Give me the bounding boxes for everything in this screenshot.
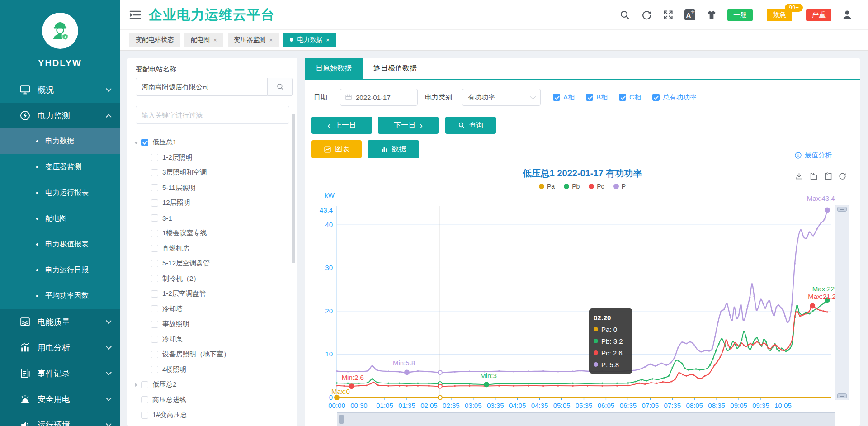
legend-item-Pb[interactable]: Pb [564,183,580,190]
sidebar-item-5[interactable]: 安全用电 [0,386,120,412]
checkbox-unchecked[interactable] [151,321,158,328]
tree-node-制冷机（2）[interactable]: 制冷机（2） [127,271,297,287]
checkbox-unchecked[interactable] [151,199,158,207]
translate-icon[interactable]: A文 [684,9,696,21]
caret-down-icon[interactable] [133,139,139,146]
checkbox-unchecked[interactable] [151,351,158,358]
checkbox-unchecked[interactable] [151,184,158,191]
tree-node-4楼照明[interactable]: 4楼照明 [127,362,297,378]
tree-node-3-1[interactable]: 3-1 [127,211,297,226]
restore-icon[interactable] [824,172,832,180]
data-view-button[interactable]: 数据 [368,140,419,158]
station-search-input[interactable] [136,78,268,96]
search-icon[interactable] [619,9,631,21]
user-icon[interactable] [841,9,853,21]
checkbox-checked[interactable] [586,94,593,101]
view-tab-变压器监测[interactable]: 变压器监测× [228,33,279,47]
station-search-button[interactable] [268,78,293,96]
tree-node-1-2层空调盘管[interactable]: 1-2层空调盘管 [127,286,297,302]
save-image-icon[interactable] [795,172,803,180]
checkbox-unchecked[interactable] [151,305,158,312]
checkbox-unchecked[interactable] [151,214,158,222]
tree-node-设备房照明（地下室）[interactable]: 设备房照明（地下室） [127,347,297,362]
refresh-icon[interactable] [641,9,652,21]
legend-item-P[interactable]: P [613,183,626,190]
sidebar-subitem-变压器监测[interactable]: 变压器监测 [0,154,120,180]
checkbox-unchecked[interactable] [151,169,158,176]
tree-node-1楼会议室专线[interactable]: 1楼会议室专线 [127,226,297,241]
sidebar-item-3[interactable]: 用电分析 [0,335,120,360]
tree-node-冷却泵[interactable]: 冷却泵 [127,332,297,347]
tree-node-1-2层照明[interactable]: 1-2层照明 [127,150,297,166]
date-picker[interactable]: 2022-01-17 [340,89,418,106]
checkbox-unchecked[interactable] [151,366,158,373]
datazoom-top-handle[interactable] [837,207,847,212]
close-icon[interactable]: × [326,37,330,43]
datazoom-bottom-handle[interactable] [837,393,847,398]
tree-node-高压总进线[interactable]: 高压总进线 [127,393,297,408]
sidebar-item-0[interactable]: 概况 [0,77,120,103]
power-type-select[interactable]: 有功功率 [462,89,541,106]
sidebar-item-6[interactable]: 运行环境 [0,412,120,426]
tree-node-低压总2[interactable]: 低压总2 [127,377,297,393]
checkbox-unchecked[interactable] [141,412,148,419]
alarm-badge-严重[interactable]: 严重 [806,9,831,21]
phase-checkbox-A相[interactable]: A相 [553,93,575,102]
tree-node-直燃机房[interactable]: 直燃机房 [127,241,297,256]
sidebar-subitem-电力运行报表[interactable]: 电力运行报表 [0,180,120,206]
phase-checkbox-B相[interactable]: B相 [586,93,608,102]
alarm-badge-紧急[interactable]: 紧急99+ [767,9,792,21]
checkbox-unchecked[interactable] [141,396,148,403]
tree-node-事故照明[interactable]: 事故照明 [127,317,297,332]
tree-node-12层照明[interactable]: 12层照明 [127,195,297,211]
checkbox-unchecked[interactable] [151,290,158,298]
alarm-badge-一般[interactable]: 一般 [727,9,753,21]
legend-item-Pc[interactable]: Pc [589,183,604,190]
tree-node-5-12层空调盘管[interactable]: 5-12层空调盘管 [127,256,297,271]
datazoom-left-handle[interactable] [339,415,344,424]
checkbox-checked[interactable] [553,94,560,101]
close-icon[interactable]: × [213,37,217,43]
next-day-button[interactable]: 下一日 › [378,117,439,134]
datazoom-vertical-slider[interactable] [835,205,849,400]
query-button[interactable]: 查询 [445,117,496,134]
checkbox-checked[interactable] [619,94,626,101]
caret-right-icon[interactable] [133,382,139,388]
phase-checkbox-C相[interactable]: C相 [619,93,641,102]
sidebar-item-1[interactable]: 电力监测 [0,103,120,128]
sidebar-subitem-配电图[interactable]: 配电图 [0,206,120,232]
checkbox-unchecked[interactable] [151,154,158,161]
sidebar-subitem-电力运行日报[interactable]: 电力运行日报 [0,257,120,283]
tree-node-5-11层照明[interactable]: 5-11层照明 [127,180,297,196]
tree-node-1#变高压总[interactable]: 1#变高压总 [127,407,297,423]
checkbox-unchecked[interactable] [151,260,158,267]
sidebar-subitem-电力极值报表[interactable]: 电力极值报表 [0,232,120,257]
sidebar-item-4[interactable]: 事件记录 [0,360,120,386]
datazoom-horizontal-slider[interactable] [337,412,835,426]
checkbox-unchecked[interactable] [151,275,158,282]
view-tab-变配电站状态[interactable]: 变配电站状态 [129,33,180,47]
theme-shirt-icon[interactable] [706,9,717,21]
tab-daily-extreme-data[interactable]: 逐日极值数据 [363,58,428,79]
checkbox-unchecked[interactable] [151,245,158,252]
tree-node-冷却塔[interactable]: 冷却塔 [127,302,297,317]
data-zoom-icon[interactable] [809,172,818,180]
phase-checkbox-总有功功率[interactable]: 总有功功率 [652,93,697,102]
view-tab-配电图[interactable]: 配电图× [184,33,223,47]
chart-view-button[interactable]: 图表 [311,140,362,158]
checkbox-checked[interactable] [652,94,660,101]
checkbox-unchecked[interactable] [151,336,158,343]
sidebar-subitem-平均功率因数[interactable]: 平均功率因数 [0,283,120,309]
collapse-menu-icon[interactable] [129,9,141,20]
prev-day-button[interactable]: ‹ 上一日 [311,117,372,134]
tree-node-2#变高压总[interactable]: 2#变高压总 [127,423,297,426]
checkbox-checked[interactable] [141,139,148,146]
extreme-analysis-link[interactable]: 最值分析 [794,151,832,160]
fullscreen-icon[interactable] [662,9,674,21]
view-tab-电力数据[interactable]: 电力数据× [283,33,336,47]
refresh-chart-icon[interactable] [838,172,847,180]
checkbox-unchecked[interactable] [151,230,158,237]
close-icon[interactable]: × [269,37,273,43]
tree-scrollbar[interactable] [292,114,295,263]
tree-node-低压总1[interactable]: 低压总1 [127,135,297,150]
